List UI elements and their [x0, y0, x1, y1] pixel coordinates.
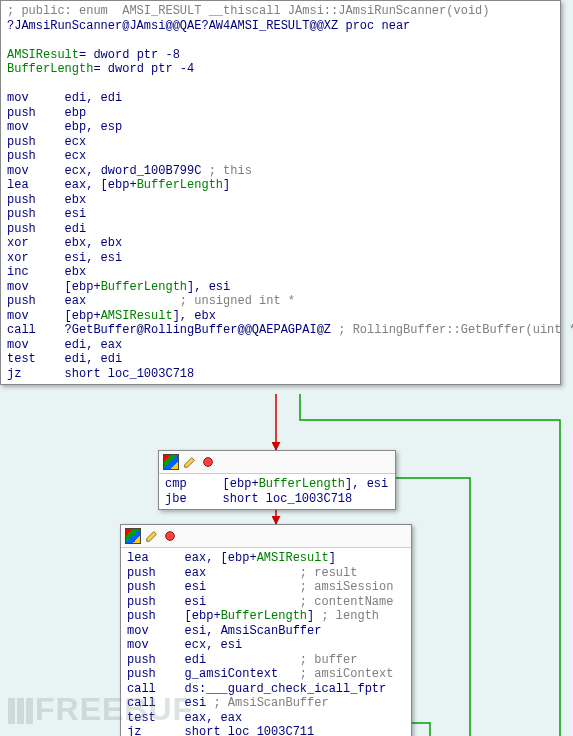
block-toolbar — [159, 451, 395, 474]
disasm-block-2-code: cmp [ebp+BufferLength], esi jbe short lo… — [159, 474, 395, 509]
edit-icon[interactable] — [183, 455, 197, 469]
breakpoint-icon[interactable] — [163, 529, 177, 543]
color-icon[interactable] — [125, 528, 141, 544]
block-toolbar — [121, 525, 411, 548]
svg-point-0 — [204, 458, 213, 467]
disasm-block-1[interactable]: ; public: enum AMSI_RESULT __thiscall JA… — [0, 0, 561, 385]
color-icon[interactable] — [163, 454, 179, 470]
disasm-block-1-code: ; public: enum AMSI_RESULT __thiscall JA… — [1, 1, 560, 384]
edit-icon[interactable] — [145, 529, 159, 543]
disasm-block-3[interactable]: lea eax, [ebp+AMSIResult] push eax ; res… — [120, 524, 412, 736]
breakpoint-icon[interactable] — [201, 455, 215, 469]
svg-point-1 — [166, 532, 175, 541]
disasm-block-2[interactable]: cmp [ebp+BufferLength], esi jbe short lo… — [158, 450, 396, 510]
disasm-block-3-code: lea eax, [ebp+AMSIResult] push eax ; res… — [121, 548, 411, 736]
